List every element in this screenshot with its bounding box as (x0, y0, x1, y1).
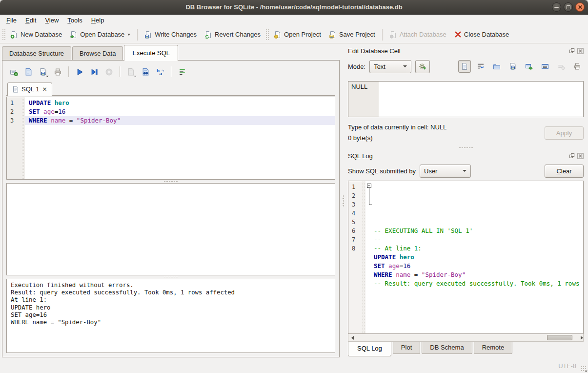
print-cell-button[interactable] (571, 60, 584, 73)
dock-tab-db-schema[interactable]: DB Schema (422, 342, 472, 354)
execute-current-line-button[interactable] (88, 65, 101, 78)
edit-cell-float-button[interactable] (569, 48, 575, 54)
log-horizontal-scrollbar[interactable] (348, 334, 584, 342)
cell-mode-row: Mode: Text (348, 57, 584, 76)
apply-button[interactable]: Apply (545, 126, 584, 140)
editor-results-splitter[interactable] (6, 180, 335, 183)
resize-grip[interactable] (581, 366, 587, 372)
sql-log-close-button[interactable] (577, 153, 584, 159)
print-icon (54, 68, 62, 76)
attach-database-button[interactable]: Attach Database (385, 28, 450, 41)
apply-default-button[interactable] (415, 60, 430, 73)
chevron-down-icon (403, 65, 407, 67)
dock-tab-plot[interactable]: Plot (393, 342, 420, 354)
sql-1-tab[interactable]: SQL 1 ✕ (7, 83, 52, 96)
open-database-dropdown-icon[interactable] (127, 34, 130, 36)
write-changes-button[interactable]: Write Changes (141, 28, 201, 41)
title-bar[interactable]: DB Browser for SQLite - /home/user/code/… (0, 0, 588, 15)
project-save-icon (329, 31, 337, 39)
save-sql-dropdown-icon[interactable] (46, 76, 49, 77)
word-wrap-button[interactable] (474, 60, 487, 73)
menu-item-view[interactable]: View (41, 16, 63, 25)
execute-current-line-icon (90, 68, 99, 76)
tab-execute-sql[interactable]: Execute SQL (124, 45, 178, 61)
apply-default-icon (419, 62, 427, 71)
open-project-button[interactable]: Open Project (270, 28, 325, 41)
open-sql-file-icon (24, 68, 33, 76)
fold-collapse-icon[interactable] (367, 184, 371, 188)
print-sql-button[interactable] (51, 65, 64, 78)
toolbar-drag-handle[interactable] (265, 29, 269, 41)
text-mode-button[interactable] (458, 60, 471, 73)
cell-edit-area[interactable] (379, 82, 583, 117)
menu-bar: File Edit View Tools Help (0, 15, 588, 26)
submitted-by-select[interactable]: User (420, 165, 471, 178)
results-messages-splitter[interactable] (6, 275, 335, 279)
new-database-button[interactable]: New Database (6, 28, 66, 41)
save-sql-file-button[interactable] (37, 65, 49, 78)
attach-database-label: Attach Database (400, 31, 446, 38)
new-sql-tab-button[interactable] (7, 65, 20, 78)
save-results-dropdown-icon[interactable] (134, 76, 137, 77)
toolbar-separator (382, 29, 383, 41)
open-sql-file-button[interactable] (22, 65, 35, 78)
scroll-left-arrow[interactable] (348, 334, 356, 341)
open-external-button[interactable] (523, 60, 535, 73)
cell-value-editor[interactable]: NULL (348, 81, 584, 117)
tab-database-structure[interactable]: Database Structure (2, 46, 71, 61)
mode-select[interactable]: Text (369, 60, 411, 73)
sql-log-editor[interactable]: 12345678 -- EXECUTING ALL IN 'SQL 1'----… (348, 181, 584, 334)
open-database-button[interactable]: Open Database (66, 28, 134, 41)
revert-changes-button[interactable]: Revert Changes (201, 28, 264, 41)
menu-item-tools[interactable]: Tools (63, 16, 86, 25)
close-database-button[interactable]: Close Database (450, 28, 513, 41)
document-attach-icon (389, 31, 397, 39)
toolbar-drag-handle[interactable] (2, 29, 5, 41)
sql-editor[interactable]: 123 UPDATE heroSET age=16WHERE name = "S… (6, 97, 335, 180)
text-mode-icon (461, 62, 468, 70)
scroll-right-arrow[interactable] (575, 334, 583, 341)
save-results-button[interactable] (124, 65, 137, 78)
log-gutter-strip (362, 181, 365, 333)
editor-code[interactable]: UPDATE heroSET age=16WHERE name = "Spide… (25, 97, 335, 179)
dock-tab-bar: SQL Log Plot DB Schema Remote (348, 342, 584, 358)
import-cell-button[interactable] (490, 60, 503, 73)
stop-execution-button[interactable] (102, 65, 115, 78)
status-bar: UTF-8 (0, 358, 588, 373)
execute-all-button[interactable] (73, 65, 86, 78)
scrollbar-thumb[interactable] (547, 335, 572, 340)
document-plus-icon (10, 31, 18, 39)
dock-tab-remote[interactable]: Remote (474, 342, 513, 354)
main-tab-bar: Database Structure Browse Data Execute S… (0, 43, 342, 60)
main-toolbar: New Database Open Database Write Changes… (0, 26, 588, 43)
maximize-button[interactable] (564, 2, 573, 12)
menu-item-help[interactable]: Help (87, 16, 109, 25)
edit-cell-header: Edit Database Cell (348, 45, 584, 57)
clear-log-button[interactable]: Clear (545, 165, 584, 178)
sql-tab-close-icon[interactable]: ✕ (42, 86, 47, 93)
close-button[interactable] (575, 2, 585, 12)
minimize-button[interactable] (552, 2, 561, 12)
menu-item-edit[interactable]: Edit (21, 16, 41, 25)
save-project-button[interactable]: Save Project (325, 28, 379, 41)
format-sql-button[interactable] (176, 65, 188, 78)
sql-toolbar-separator (120, 66, 120, 77)
find-button[interactable] (139, 65, 152, 78)
find-replace-button[interactable]: ba (154, 65, 166, 78)
open-database-label: Open Database (80, 31, 124, 38)
write-changes-label: Write Changes (155, 31, 197, 38)
sql-log-float-button[interactable] (569, 153, 575, 159)
edit-cell-close-button[interactable] (577, 48, 584, 54)
cell-log-splitter[interactable] (348, 145, 584, 150)
chevron-down-icon (463, 170, 466, 172)
format-sql-icon (178, 68, 186, 76)
sql-toolbar-separator (68, 66, 69, 77)
set-null-button[interactable] (555, 60, 568, 73)
export-cell-button[interactable] (507, 60, 519, 73)
dock-tab-sql-log[interactable]: SQL Log (348, 342, 391, 356)
link-cell-button[interactable] (539, 60, 551, 73)
splitter-handle-icon (163, 276, 178, 278)
menu-item-file[interactable]: File (2, 16, 21, 25)
tab-browse-data[interactable]: Browse Data (72, 46, 123, 61)
log-code[interactable]: -- EXECUTING ALL IN 'SQL 1'---- At line … (365, 181, 583, 333)
